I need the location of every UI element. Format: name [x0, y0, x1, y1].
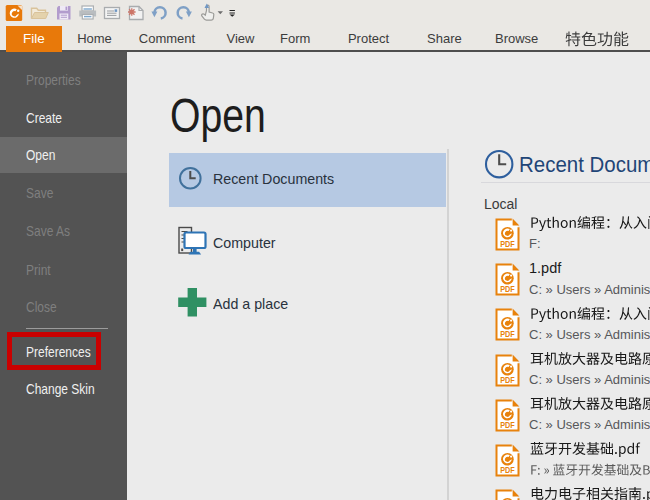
svg-text:PDF: PDF — [500, 420, 515, 429]
svg-text:PDF: PDF — [500, 466, 515, 475]
svg-text:PDF: PDF — [500, 375, 515, 384]
svg-text:PDF: PDF — [500, 285, 515, 294]
svg-text:PDF: PDF — [500, 240, 515, 249]
svg-text:PDF: PDF — [500, 330, 515, 339]
